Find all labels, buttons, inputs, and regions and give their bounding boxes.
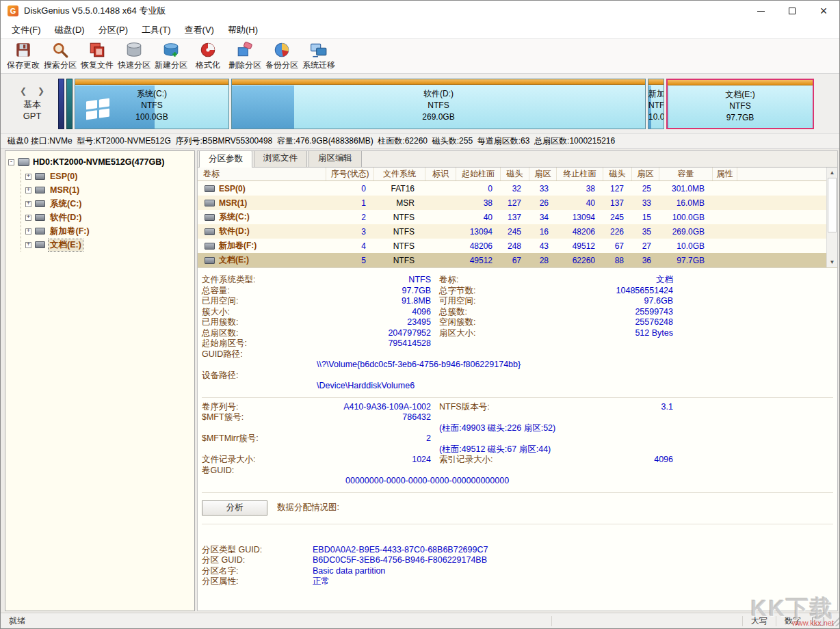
tab[interactable]: 扇区编辑 — [309, 150, 362, 167]
analyze-button[interactable]: 分析 — [202, 500, 267, 516]
separator — [202, 397, 833, 398]
save-icon — [14, 41, 32, 59]
expand-icon[interactable]: + — [25, 242, 31, 248]
tree-item-partition[interactable]: + 新加卷(F:) — [25, 224, 192, 238]
tree-item-partition[interactable]: + 系统(C:) — [25, 197, 192, 211]
property-row: 文件记录大小: 1024 索引记录大小: 4096 — [202, 455, 833, 466]
partition-table-type: GPT — [6, 110, 58, 122]
property-row: $MFT簇号: 786432 (柱面:49903 磁头:226 扇区:52) — [202, 412, 833, 433]
tab[interactable]: 分区参数 — [199, 150, 252, 168]
partition-block-esp[interactable] — [58, 79, 64, 129]
guid-row: 分区 GUID: B6DC0C5F-3EB6-4756-B946-F806229… — [202, 555, 833, 566]
partition-row[interactable]: ESP(0) 0 FAT16 0 32 33 38 127 25 301.0MB — [198, 181, 826, 196]
new-icon — [162, 41, 180, 59]
tab-bar: 分区参数浏览文件扇区编辑 — [198, 151, 837, 168]
scroll-thumb[interactable] — [828, 178, 837, 232]
tree-item-partition[interactable]: + MSR(1) — [25, 183, 192, 197]
column-header: 磁头 — [603, 168, 632, 180]
menu-item[interactable]: 帮助(H) — [221, 22, 265, 38]
toolbar-button[interactable]: 删除分区 — [226, 40, 263, 72]
minimize-icon — [757, 11, 765, 12]
collapse-icon[interactable]: - — [8, 159, 14, 165]
statusbar: 就绪 大写 数字 — [1, 613, 839, 628]
tree-item-partition[interactable]: + 软件(D:) — [25, 211, 192, 224]
partition-tree: - HD0:KT2000-NVME512G(477GB) + ESP(0) + — [5, 150, 195, 611]
table-header: 卷标序号(状态)文件系统标识起始柱面磁头扇区终止柱面磁头扇区容量属性 — [198, 168, 826, 181]
close-icon: × — [820, 5, 828, 17]
menu-item[interactable]: 查看(V) — [178, 22, 221, 38]
window-controls: × — [745, 1, 839, 21]
expand-icon[interactable]: + — [25, 174, 31, 180]
toolbar-button[interactable]: 恢复文件 — [79, 40, 116, 72]
disk-info-bar: 磁盘0 接口:NVMe 型号:KT2000-NVME512G 序列号:B5BMR… — [1, 134, 839, 149]
column-header: 卷标 — [198, 168, 326, 180]
partition-icon — [35, 214, 45, 221]
partition-row[interactable]: 新加卷(F:) 4 NTFS 48206 248 43 49512 67 27 … — [198, 239, 826, 253]
used-space-strip — [648, 79, 664, 85]
scroll-track[interactable] — [827, 178, 837, 257]
partition-bars: 系统(C:) NTFS 100.0GB 软件(D:) NTFS 26 — [58, 79, 834, 129]
menu-item[interactable]: 磁盘(D) — [48, 22, 92, 38]
table-scrollbar[interactable]: ▲ ▼ — [826, 168, 837, 267]
property-row: 卷序列号: A410-9A36-109A-1002 NTFS版本号: 3.1 — [202, 402, 833, 413]
partition-row[interactable]: MSR(1) 1 MSR 38 127 26 40 137 33 16.0MB — [198, 196, 826, 210]
tree-item-disk[interactable]: - HD0:KT2000-NVME512G(477GB) — [8, 155, 192, 169]
partition-row[interactable]: 文档(E:) 5 NTFS 49512 67 28 62260 88 36 97… — [198, 253, 826, 267]
expand-icon[interactable]: + — [25, 187, 31, 193]
detail-panel: 分区参数浏览文件扇区编辑 卷标序号(状态)文件系统标识起始柱面磁头扇区终止柱面磁… — [197, 150, 838, 611]
partition-row[interactable]: 软件(D:) 3 NTFS 13094 245 16 48206 226 35 … — [198, 224, 826, 239]
property-row: 总容量: 97.7GB 总字节数: 104856551424 — [202, 286, 833, 297]
migrate-icon — [310, 41, 328, 59]
partition-block[interactable]: 软件(D:) NTFS 269.0GB — [231, 79, 646, 129]
menu-item[interactable]: 分区(P) — [92, 22, 135, 38]
toolbar-button[interactable]: 保存更改 — [5, 40, 42, 72]
partition-block[interactable]: 系统(C:) NTFS 100.0GB — [75, 79, 229, 129]
partition-icon — [35, 241, 45, 248]
menu-item[interactable]: 工具(T) — [135, 22, 178, 38]
guid-row: 分区名字: Basic data partition — [202, 566, 833, 577]
scroll-up-arrow[interactable]: ▲ — [827, 168, 837, 178]
partition-icon — [35, 187, 45, 193]
property-row: 设备路径: \Device\HarddiskVolume6 — [202, 371, 833, 392]
tree-item-partition[interactable]: + 文档(E:) — [25, 238, 192, 252]
property-row: 已用空间: 91.8MB 可用空间: 97.6GB — [202, 296, 833, 307]
maximize-button[interactable] — [776, 1, 808, 21]
quick-icon — [125, 41, 143, 59]
numlock-indicator: 数字 — [776, 615, 809, 627]
delete-icon — [236, 41, 254, 59]
prev-disk-arrow[interactable]: ❮ — [20, 86, 27, 96]
used-space-strip — [668, 80, 813, 85]
tree-item-partition[interactable]: + ESP(0) — [25, 170, 192, 183]
minimize-button[interactable] — [745, 1, 776, 21]
scroll-down-arrow[interactable]: ▼ — [827, 257, 837, 267]
main-area: - HD0:KT2000-NVME512G(477GB) + ESP(0) + — [1, 149, 839, 613]
partition-block-text: 新加卷(F:) NTFS 10.0GB — [648, 88, 664, 123]
toolbar-button[interactable]: 备份分区 — [263, 40, 300, 72]
toolbar-button[interactable]: 格式化 — [189, 40, 226, 72]
input-indicator-icon — [812, 617, 824, 626]
used-space-strip — [232, 79, 645, 85]
menu-item[interactable]: 文件(F) — [5, 22, 48, 38]
toolbar-button[interactable]: 快速分区 — [116, 40, 153, 72]
toolbar-button[interactable]: 新建分区 — [153, 40, 189, 72]
expand-icon[interactable]: + — [25, 215, 31, 221]
close-button[interactable]: × — [808, 1, 839, 21]
toolbar-button[interactable]: 系统迁移 — [300, 40, 337, 72]
expand-icon[interactable]: + — [25, 201, 31, 207]
diskgenius-window: DiskGenius V5.5.0.1488 x64 专业版 × 文件(F)磁盘… — [0, 0, 840, 629]
volume-label: 文档(E:) — [219, 254, 249, 266]
toolbar-button[interactable]: 搜索分区 — [42, 40, 79, 72]
partition-block[interactable]: 新加卷(F:) NTFS 10.0GB — [648, 79, 664, 129]
next-disk-arrow[interactable]: ❯ — [38, 86, 44, 96]
partition-block-msr[interactable] — [66, 79, 73, 129]
tab[interactable]: 浏览文件 — [254, 150, 307, 167]
window-title: DiskGenius V5.5.0.1488 x64 专业版 — [24, 5, 166, 17]
partition-block[interactable]: 文档(E:) NTFS 97.7GB — [666, 79, 814, 129]
column-header: 序号(状态) — [326, 168, 374, 180]
partition-icon — [35, 200, 45, 207]
property-row: 已用簇数: 23495 空闲簇数: 25576248 — [202, 317, 833, 328]
expand-icon[interactable]: + — [25, 228, 31, 235]
resize-grip-icon[interactable] — [828, 615, 839, 626]
volume-label: 系统(C:) — [219, 211, 250, 223]
partition-row[interactable]: 系统(C:) 2 NTFS 40 137 34 13094 245 15 100… — [198, 210, 826, 224]
